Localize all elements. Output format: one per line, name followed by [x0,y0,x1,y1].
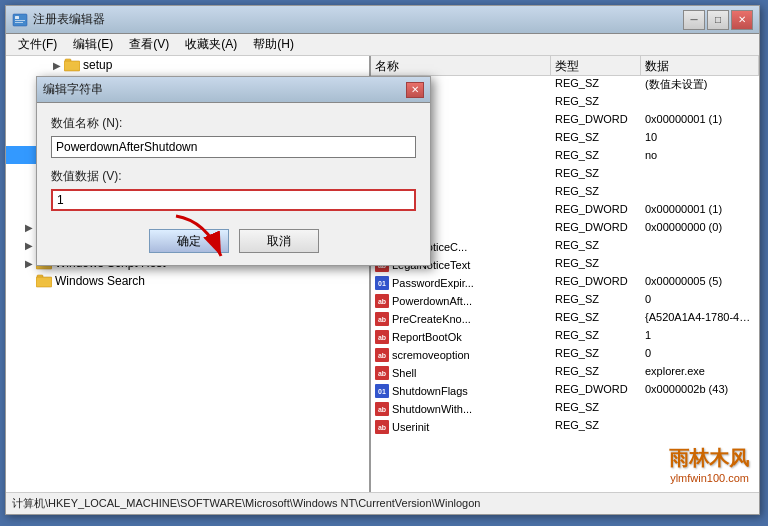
menu-bar: 文件(F) 编辑(E) 查看(V) 收藏夹(A) 帮助(H) [6,34,759,56]
registry-type-cell: REG_DWORD [551,112,641,130]
registry-type-cell: REG_SZ [551,130,641,148]
registry-name-text: Userinit [392,421,429,433]
col-name-header: 名称 [371,56,551,75]
registry-name-cell: 01ShutdownFlags [371,382,551,400]
svg-rect-1 [15,16,19,19]
dialog-name-input[interactable] [51,136,416,158]
registry-row[interactable]: 01ShutdownFlagsREG_DWORD0x0000002b (43) [371,382,759,400]
registry-data-cell [641,166,759,184]
dialog-data-label: 数值数据 (V): [51,168,416,185]
svg-rect-2 [15,20,25,21]
menu-file[interactable]: 文件(F) [10,34,65,55]
registry-data-cell: 0 [641,346,759,364]
dialog-close-button[interactable]: ✕ [406,82,424,98]
registry-name-text: PasswordExpir... [392,277,474,289]
registry-name-cell: abShutdownWith... [371,400,551,418]
registry-type-cell: REG_DWORD [551,202,641,220]
reg-ab-icon: ab [375,366,389,380]
tree-expand-icon[interactable]: ▶ [50,58,64,72]
tree-expand-icon[interactable]: ▶ [22,220,36,234]
registry-type-cell: REG_SZ [551,418,641,436]
tree-item[interactable]: ▶setup [6,56,369,74]
registry-data-cell: {A520A1A4-1780-4FF6-8 [641,310,759,328]
dialog-title: 编辑字符串 [43,81,406,98]
folder-icon [64,58,80,72]
registry-type-cell: REG_SZ [551,184,641,202]
registry-row[interactable]: 01PasswordExpir...REG_DWORD0x00000005 (5… [371,274,759,292]
registry-name-cell: abShell [371,364,551,382]
registry-name-text: ReportBootOk [392,331,462,343]
dialog-cancel-button[interactable]: 取消 [239,229,319,253]
registry-data-cell: 1 [641,328,759,346]
registry-type-cell: REG_SZ [551,346,641,364]
reg-ab-icon: ab [375,402,389,416]
registry-data-cell: no [641,148,759,166]
registry-data-cell [641,256,759,274]
registry-name-cell: abReportBootOk [371,328,551,346]
folder-icon [36,274,52,288]
menu-edit[interactable]: 编辑(E) [65,34,121,55]
registry-name-cell: abscremoveoption [371,346,551,364]
menu-favorites[interactable]: 收藏夹(A) [177,34,245,55]
registry-data-cell [641,418,759,436]
registry-name-text: PreCreateKno... [392,313,471,325]
reg-dword-icon: 01 [375,276,389,290]
reg-ab-icon: ab [375,294,389,308]
reg-ab-icon: ab [375,420,389,434]
registry-data-cell: 0x0000002b (43) [641,382,759,400]
col-data-header: 数据 [641,56,759,75]
registry-type-cell: REG_DWORD [551,274,641,292]
registry-type-cell: REG_SZ [551,310,641,328]
registry-name-cell: abUserinit [371,418,551,436]
maximize-button[interactable]: □ [707,10,729,30]
registry-data-cell [641,400,759,418]
registry-row[interactable]: abPreCreateKno...REG_SZ{A520A1A4-1780-4F… [371,310,759,328]
col-type-header: 类型 [551,56,641,75]
registry-name-text: scremoveoption [392,349,470,361]
tree-item-label: Windows Search [55,274,145,288]
registry-data-cell: 0x00000001 (1) [641,112,759,130]
reg-ab-icon: ab [375,312,389,326]
registry-row[interactable]: abShutdownWith...REG_SZ [371,400,759,418]
watermark-url: ylmfwin100.com [669,472,749,484]
registry-row[interactable]: abUserinitREG_SZ [371,418,759,436]
minimize-button[interactable]: ─ [683,10,705,30]
registry-header: 名称 类型 数据 [371,56,759,76]
dialog-title-bar: 编辑字符串 ✕ [37,77,430,103]
registry-data-cell [641,238,759,256]
registry-name-cell: abPowerdownAft... [371,292,551,310]
watermark-main: 雨林木风 [669,445,749,472]
main-window: 注册表编辑器 ─ □ ✕ 文件(F) 编辑(E) 查看(V) 收藏夹(A) 帮助… [5,5,760,515]
registry-type-cell: REG_DWORD [551,382,641,400]
dialog-data-input[interactable] [51,189,416,211]
tree-expand-icon[interactable] [22,274,36,288]
registry-type-cell: REG_DWORD [551,220,641,238]
menu-help[interactable]: 帮助(H) [245,34,302,55]
registry-data-cell: 0 [641,292,759,310]
registry-type-cell: REG_SZ [551,364,641,382]
registry-row[interactable]: abReportBootOkREG_SZ1 [371,328,759,346]
registry-name-text: Shell [392,367,416,379]
close-button[interactable]: ✕ [731,10,753,30]
svg-rect-29 [36,277,52,287]
registry-name-text: ShutdownWith... [392,403,472,415]
watermark: 雨林木风 ylmfwin100.com [669,445,749,484]
tree-item[interactable]: Windows Search [6,272,369,290]
tree-expand-icon[interactable]: ▶ [22,238,36,252]
registry-row[interactable]: abscremoveoptionREG_SZ0 [371,346,759,364]
registry-row[interactable]: abPowerdownAft...REG_SZ0 [371,292,759,310]
registry-type-cell: REG_SZ [551,256,641,274]
registry-type-cell: REG_SZ [551,76,641,94]
registry-name-cell: abPreCreateKno... [371,310,551,328]
registry-data-cell: 10 [641,130,759,148]
registry-row[interactable]: abShellREG_SZexplorer.exe [371,364,759,382]
menu-view[interactable]: 查看(V) [121,34,177,55]
registry-type-cell: REG_SZ [551,328,641,346]
status-bar: 计算机\HKEY_LOCAL_MACHINE\SOFTWARE\Microsof… [6,492,759,514]
registry-type-cell: REG_SZ [551,166,641,184]
tree-expand-icon[interactable]: ▶ [22,256,36,270]
registry-name-cell: 01PasswordExpir... [371,274,551,292]
registry-data-cell: explorer.exe [641,364,759,382]
svg-rect-3 [15,22,23,23]
dialog-name-label: 数值名称 (N): [51,115,416,132]
